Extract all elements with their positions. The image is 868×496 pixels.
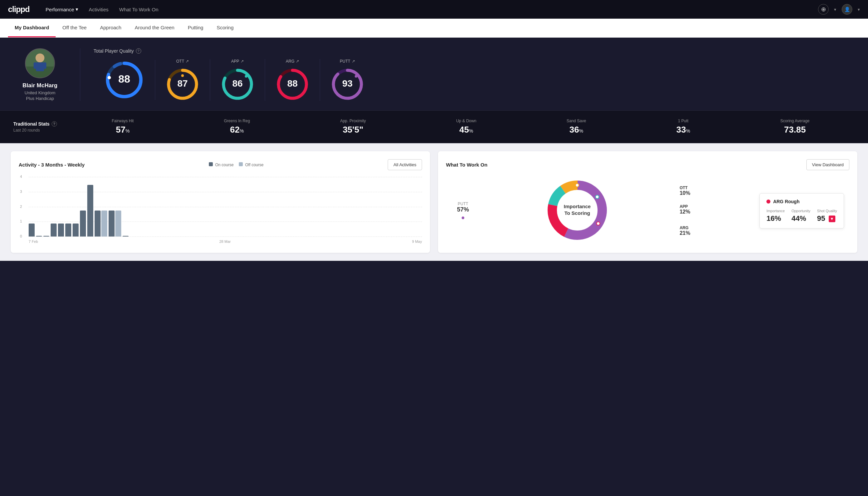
svg-text:88: 88: [118, 73, 130, 85]
ic-shot-quality: Shot Quality 95 ▼: [817, 209, 837, 223]
svg-point-2: [36, 53, 45, 62]
player-country: United Kingdom: [25, 90, 56, 95]
add-chevron: ▾: [834, 7, 836, 12]
work-card-title: What To Work On: [446, 162, 487, 168]
nav-performance[interactable]: Performance ▾: [46, 6, 78, 12]
work-card: What To Work On View Dashboard PUTT 57%: [438, 151, 857, 253]
performance-chevron: ▾: [76, 6, 78, 12]
svg-text:93: 93: [342, 78, 352, 89]
info-card-title: ARG Rough: [767, 199, 837, 204]
bar-on-6: [65, 223, 71, 236]
bar-on-7: [73, 223, 79, 236]
bar-group-7: [73, 223, 79, 236]
bar-chart: 4 3 2 1 0: [19, 177, 422, 244]
tpq-circle-svg: 88: [104, 60, 144, 100]
bar-group-2: [36, 236, 42, 236]
svg-point-17: [245, 75, 248, 78]
logo[interactable]: clippd: [8, 5, 30, 14]
bar-on-11: [109, 211, 114, 236]
tab-scoring[interactable]: Scoring: [210, 19, 240, 37]
arg-circle-svg: 88: [276, 68, 309, 101]
bar-off-11: [115, 211, 121, 236]
view-dashboard-button[interactable]: View Dashboard: [806, 159, 849, 170]
info-card: ARG Rough Importance 16% Opportunity 44%…: [759, 193, 844, 229]
user-menu[interactable]: 👤: [842, 4, 852, 15]
stats-items: Fairways Hit 57% Greens In Reg 62% App. …: [67, 119, 855, 135]
tab-off-the-tee[interactable]: Off the Tee: [56, 19, 93, 37]
ott-donut-label: OTT 10%: [679, 186, 690, 196]
bar-group-5: [58, 223, 64, 236]
tab-approach[interactable]: Approach: [93, 19, 128, 37]
avatar: [25, 48, 55, 78]
ic-opportunity: Opportunity 44%: [791, 209, 810, 223]
svg-point-27: [462, 217, 464, 219]
bar-on-10: [95, 211, 100, 236]
hero-section: Blair McHarg United Kingdom Plus Handica…: [0, 37, 868, 111]
svg-point-37: [597, 222, 600, 225]
svg-text:Importance: Importance: [564, 203, 590, 209]
user-icon: 👤: [845, 7, 850, 12]
putt-score: PUTT ↗ 93: [320, 59, 375, 101]
svg-point-25: [355, 75, 358, 78]
donut-chart-svg: Importance To Scoring: [544, 177, 611, 244]
bar-on-3: [43, 236, 49, 236]
svg-point-21: [278, 81, 280, 84]
donut-area: PUTT 57%: [446, 177, 849, 245]
ic-importance: Importance 16%: [767, 209, 785, 223]
on-course-dot: [209, 162, 213, 166]
bar-group-1: [29, 223, 35, 236]
svg-rect-3: [36, 62, 44, 71]
tab-bar: My Dashboard Off the Tee Approach Around…: [0, 19, 868, 37]
svg-rect-5: [43, 62, 47, 68]
app-circle-svg: 86: [221, 68, 254, 101]
bar-group-11: [109, 211, 121, 236]
player-info: Blair McHarg United Kingdom Plus Handica…: [13, 48, 67, 101]
app-score: APP ↗ 86: [210, 59, 265, 101]
add-button[interactable]: ⊕: [818, 4, 829, 15]
bar-on-4: [51, 223, 57, 236]
off-course-legend: Off course: [239, 162, 264, 167]
tab-around-the-green[interactable]: Around the Green: [128, 19, 181, 37]
stat-up-down: Up & Down 45%: [456, 119, 476, 135]
tpq-help-icon[interactable]: ?: [136, 48, 141, 53]
arg-donut-label: ARG 21%: [679, 226, 690, 236]
bar-on-8: [80, 211, 86, 236]
bar-group-6: [65, 223, 71, 236]
svg-text:87: 87: [177, 78, 188, 89]
nav-right: ⊕ ▾ 👤 ▾: [818, 4, 860, 15]
tab-putting[interactable]: Putting: [181, 19, 210, 37]
app-arrow: ↗: [240, 59, 244, 64]
bar-group-3: [43, 236, 49, 236]
on-course-legend: On course: [209, 162, 234, 167]
stats-sublabel: Last 20 rounds: [13, 128, 67, 133]
work-card-header: What To Work On View Dashboard: [446, 159, 849, 170]
stat-sand-save: Sand Save 36%: [567, 119, 586, 135]
stat-greens-in-reg: Greens In Reg 62%: [224, 119, 250, 135]
player-handicap: Plus Handicap: [26, 96, 54, 101]
svg-point-35: [575, 184, 579, 187]
all-activities-button[interactable]: All Activities: [388, 159, 422, 170]
tab-my-dashboard[interactable]: My Dashboard: [8, 19, 56, 37]
svg-text:88: 88: [287, 78, 297, 89]
svg-point-36: [596, 195, 599, 199]
shot-quality-badge: ▼: [829, 216, 835, 222]
nav-activities[interactable]: Activities: [89, 7, 109, 12]
tpq-label: Total Player Quality ?: [94, 48, 855, 53]
bar-on-9: [87, 185, 93, 236]
bar-chart-grid: 4 3 2 1 0: [19, 177, 422, 237]
stats-label: Traditional Stats ?: [13, 121, 67, 127]
bar-group-4: [51, 223, 57, 236]
score-circles: 88 OTT ↗ 87 APP: [94, 59, 855, 101]
bar-off-10: [101, 211, 107, 236]
bar-group-12: [123, 236, 129, 236]
app-donut-label: APP 12%: [679, 204, 690, 215]
avatar-svg: [26, 48, 54, 78]
top-nav: clippd Performance ▾ Activities What To …: [0, 0, 868, 19]
bar-group-10: [95, 211, 107, 236]
nav-what-to-work-on[interactable]: What To Work On: [119, 7, 159, 12]
logo-text: clippd: [8, 5, 30, 14]
ic-metrics: Importance 16% Opportunity 44% Shot Qual…: [767, 209, 837, 223]
stats-help-icon[interactable]: ?: [52, 121, 57, 127]
donut-chart-container: Importance To Scoring: [544, 177, 611, 245]
bar-on-2: [36, 236, 42, 236]
